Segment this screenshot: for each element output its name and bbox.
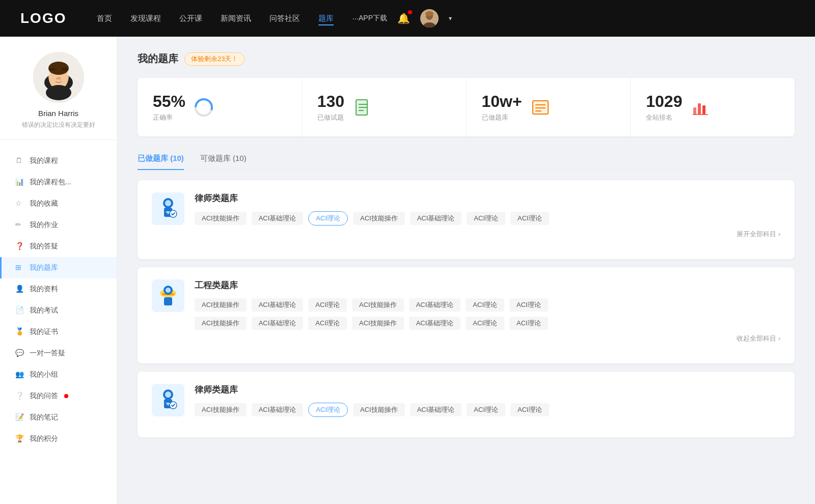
stat-label: 已做试题: [317, 113, 344, 122]
subject-tag[interactable]: ACI技能操作: [352, 317, 404, 330]
qbank-title: 律师类题库: [195, 384, 780, 396]
tab[interactable]: 可做题库 (10): [200, 149, 247, 170]
subject-tag[interactable]: ACI技能操作: [353, 403, 405, 416]
stat-value: 1029: [646, 92, 682, 111]
sidebar-menu-item[interactable]: 🏆我的积分: [0, 428, 117, 450]
expand-link[interactable]: 展开全部科目 ›: [195, 230, 780, 239]
nav-link[interactable]: 首页: [97, 14, 112, 22]
subject-tag[interactable]: ACI基础理论: [409, 298, 461, 312]
svg-point-39: [165, 391, 171, 398]
stat-icon: [690, 97, 711, 118]
sidebar-menu-item[interactable]: 📝我的笔记: [0, 407, 117, 428]
subject-tag[interactable]: ACI理论: [308, 403, 348, 417]
subject-tag[interactable]: ACI技能操作: [195, 317, 247, 330]
stats-row: 55% 正确率 130 已做试题 10w+ 已做题库 1029 全站排: [138, 78, 795, 136]
menu-label: 我的收藏: [30, 199, 58, 208]
subject-tag[interactable]: ACI理论: [510, 403, 549, 416]
app-download-link[interactable]: APP下载: [359, 14, 387, 23]
notification-bell[interactable]: 🔔: [397, 12, 410, 24]
subject-tag[interactable]: ACI理论: [467, 212, 505, 225]
menu-icon: ❔: [15, 391, 24, 401]
menu-notification-dot: [64, 394, 68, 398]
nav-link[interactable]: 问答社区: [269, 14, 300, 22]
stat-label: 全站排名: [646, 113, 682, 122]
subject-tag[interactable]: ACI基础理论: [410, 212, 462, 225]
sidebar-menu-item[interactable]: 👤我的资料: [0, 278, 117, 300]
sidebar: Brian Harris 错误的决定比没有决定要好 🗒我的课程📊我的课程包...…: [0, 37, 117, 504]
svg-point-3: [425, 11, 433, 16]
nav-link[interactable]: ···: [352, 14, 359, 22]
menu-label: 我的小组: [30, 370, 58, 379]
subject-tag[interactable]: ACI理论: [308, 298, 347, 312]
subject-tag[interactable]: ACI基础理论: [410, 403, 462, 416]
nav-link[interactable]: 发现课程: [130, 14, 161, 22]
subject-tag[interactable]: ACI技能操作: [195, 298, 247, 312]
subject-tag[interactable]: ACI技能操作: [195, 403, 247, 416]
subject-tag[interactable]: ACI理论: [467, 403, 505, 416]
nav-link[interactable]: 公开课: [179, 14, 202, 22]
user-dropdown-arrow[interactable]: ▾: [449, 15, 452, 22]
nav-item[interactable]: 题库: [318, 14, 334, 23]
subject-tag[interactable]: ACI基础理论: [252, 317, 304, 330]
subject-tag[interactable]: ACI理论: [509, 317, 548, 330]
nav-item[interactable]: 公开课: [179, 14, 202, 23]
qbank-icon: [152, 279, 184, 312]
qbank-card-header: 律师类题库 ACI技能操作ACI基础理论ACI理论ACI技能操作ACI基础理论A…: [152, 384, 780, 417]
profile-avatar: [33, 52, 84, 103]
menu-icon: 👥: [15, 370, 24, 379]
menu-icon: 📝: [15, 413, 24, 422]
svg-point-8: [49, 68, 56, 71]
subject-tag[interactable]: ACI理论: [510, 212, 549, 225]
nav-item[interactable]: ···: [352, 14, 359, 23]
menu-label: 我的积分: [30, 434, 58, 443]
subject-tag[interactable]: ACI技能操作: [352, 298, 404, 312]
stat-info: 55% 正确率: [153, 92, 185, 122]
sidebar-menu-item[interactable]: 📊我的课程包...: [0, 172, 117, 193]
subject-tag[interactable]: ACI理论: [466, 317, 504, 330]
tab[interactable]: 已做题库 (10): [138, 149, 184, 170]
nav-link[interactable]: 新闻资讯: [221, 14, 251, 22]
nav-item[interactable]: 问答社区: [269, 14, 300, 23]
subject-tag[interactable]: ACI技能操作: [195, 212, 247, 225]
subject-tag[interactable]: ACI理论: [308, 211, 348, 226]
sidebar-menu-item[interactable]: 💬一对一答疑: [0, 343, 117, 364]
nav-item[interactable]: 首页: [97, 14, 112, 23]
subject-tag[interactable]: ACI基础理论: [252, 298, 304, 312]
user-avatar[interactable]: [420, 9, 439, 27]
nav-item[interactable]: 发现课程: [130, 14, 161, 23]
menu-icon: ❓: [15, 242, 24, 251]
expand-link[interactable]: 收起全部科目 ›: [195, 334, 780, 343]
qbank-card-body: 律师类题库 ACI技能操作ACI基础理论ACI理论ACI技能操作ACI基础理论A…: [195, 384, 780, 417]
nav-menu: 首页发现课程公开课新闻资讯问答社区题库···: [97, 14, 359, 23]
menu-label: 一对一答疑: [30, 349, 65, 358]
menu-icon: ⊞: [15, 263, 24, 272]
page-header: 我的题库 体验剩余23天！: [138, 52, 795, 66]
nav-link[interactable]: 题库: [318, 14, 334, 25]
subject-tag[interactable]: ACI理论: [509, 298, 548, 312]
stat-value: 10w+: [482, 92, 522, 111]
sidebar-menu-item[interactable]: ☆我的收藏: [0, 193, 117, 214]
sidebar-menu-item[interactable]: ❓我的答疑: [0, 236, 117, 257]
subject-tag[interactable]: ACI基础理论: [252, 403, 304, 416]
subject-tag[interactable]: ACI理论: [308, 317, 347, 330]
menu-icon: ✏: [15, 220, 24, 230]
sidebar-menu-item[interactable]: 📄我的考试: [0, 300, 117, 321]
sidebar-menu-item[interactable]: 👥我的小组: [0, 364, 117, 385]
subject-tag[interactable]: ACI技能操作: [353, 212, 405, 225]
svg-rect-24: [693, 107, 696, 115]
sidebar-menu-item[interactable]: ✏我的作业: [0, 214, 117, 236]
trial-badge[interactable]: 体验剩余23天！: [184, 52, 244, 66]
nav-item[interactable]: 新闻资讯: [221, 14, 251, 23]
stat-info: 10w+ 已做题库: [482, 92, 522, 122]
subject-tag[interactable]: ACI基础理论: [252, 212, 304, 225]
svg-point-9: [62, 68, 68, 71]
svg-point-30: [165, 200, 171, 206]
sidebar-menu-item[interactable]: ❔我的问答: [0, 385, 117, 407]
sidebar-menu-item[interactable]: 🗒我的课程: [0, 150, 117, 172]
sidebar-menu-item[interactable]: ⊞我的题库: [0, 257, 117, 278]
profile-motto: 错误的决定比没有决定要好: [22, 121, 95, 129]
menu-label: 我的笔记: [30, 413, 58, 422]
subject-tag[interactable]: ACI理论: [466, 298, 504, 312]
sidebar-menu-item[interactable]: 🏅我的证书: [0, 321, 117, 343]
subject-tag[interactable]: ACI基础理论: [409, 317, 461, 330]
